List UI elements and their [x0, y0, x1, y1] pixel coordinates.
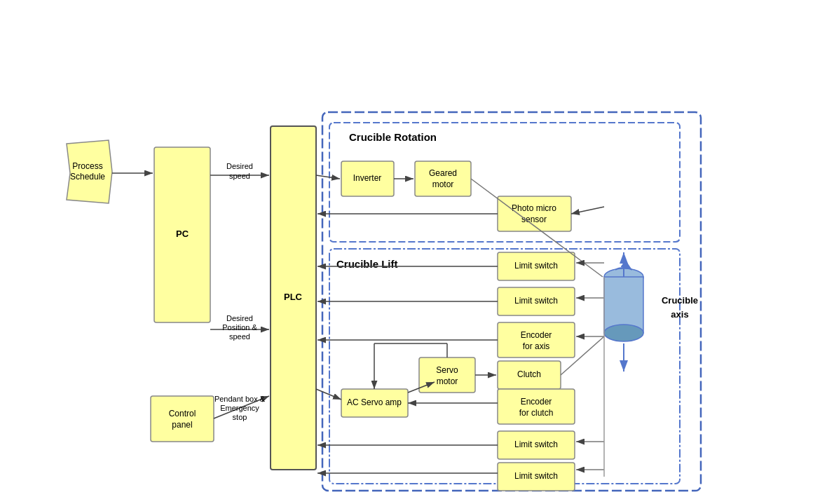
control-panel-box [151, 396, 214, 442]
desired-position-label3: speed [229, 332, 250, 341]
process-schedule-label2: Schedule [70, 172, 105, 182]
control-panel-label2: panel [172, 420, 192, 430]
geared-motor-box [415, 161, 471, 196]
crucible-axis-label2: axis [671, 309, 688, 320]
desired-position-label2: Position & [222, 323, 257, 332]
geared-motor-label: Geared [429, 168, 457, 178]
arrow-cylinder-sensor [571, 207, 604, 214]
arrow-plc-inverter [316, 175, 340, 179]
desired-speed-label: Desired [226, 162, 253, 170]
ac-servo-amp-label: AC Servo amp [347, 397, 402, 407]
desired-speed-label2: speed [229, 172, 250, 180]
pc-label: PC [176, 229, 189, 239]
crucible-rotation-label: Crucible Rotation [349, 131, 437, 143]
servo-motor-label2: motor [437, 376, 458, 386]
encoder-axis-label2: for axis [523, 341, 550, 351]
servo-motor-label: Servo [436, 365, 458, 375]
inverter-label: Inverter [353, 173, 382, 183]
desired-position-label: Desired [226, 314, 253, 322]
crucible-lift-label: Crucible Lift [336, 258, 398, 270]
geared-motor-label2: motor [432, 179, 454, 189]
encoder-clutch-label2: for clutch [519, 408, 554, 418]
encoder-clutch-label: Encoder [521, 397, 552, 407]
encoder-axis-label: Encoder [521, 330, 552, 340]
pendant-label3: stop [233, 413, 247, 421]
photo-sensor-label: Photo micro [512, 203, 556, 213]
control-panel-label: Control [169, 409, 196, 418]
limit-switch-3-label: Limit switch [514, 440, 558, 449]
cylinder-bottom [604, 325, 643, 341]
crucible-axis-label: Crucible [662, 295, 698, 306]
diagram-container: Crucible Rotation Crucible Lift Process … [0, 0, 834, 504]
process-schedule-label: Process [72, 161, 102, 171]
clutch-label: Clutch [517, 369, 541, 379]
plc-label: PLC [284, 292, 303, 302]
limit-switch-2-label: Limit switch [514, 296, 558, 306]
pendant-label2: Emergency [220, 404, 259, 412]
limit-switch-4-label: Limit switch [514, 471, 558, 481]
pendant-label: Pendant box & [214, 395, 266, 403]
limit-switch-1-label: Limit switch [514, 261, 558, 271]
